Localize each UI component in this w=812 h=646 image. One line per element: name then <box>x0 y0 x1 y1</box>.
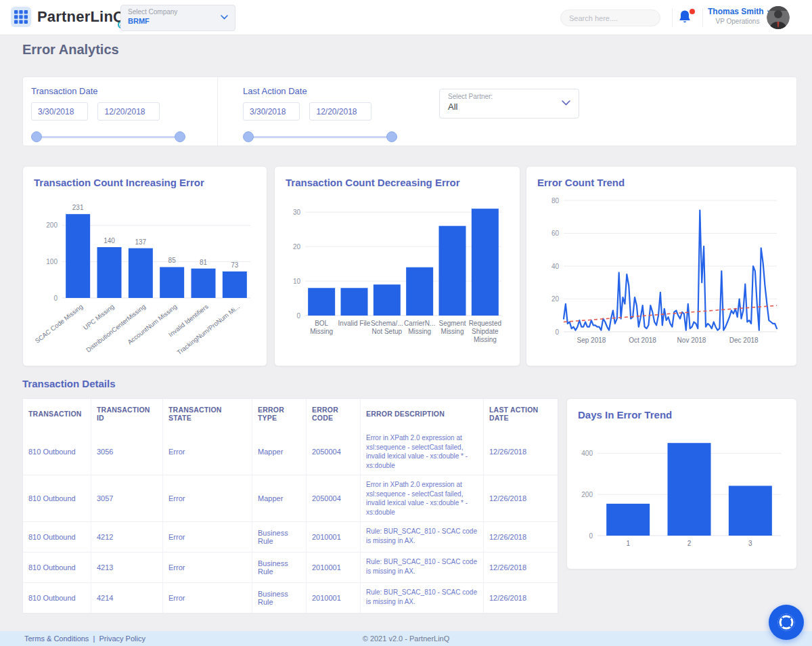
transaction-date-label: Transaction Date <box>31 86 207 96</box>
cell-state: Error <box>162 475 252 521</box>
transaction-date-to-input[interactable] <box>97 102 160 121</box>
footer-links-separator: | <box>91 634 97 643</box>
terms-link[interactable]: Terms & Conditions <box>24 634 89 643</box>
cell-transaction: 810 Outbound <box>23 475 91 521</box>
svg-text:Invalid File: Invalid File <box>338 320 371 327</box>
chart-card-error-count-trend: Error Count Trend 020406080Sep 2018Oct 2… <box>526 166 797 366</box>
slider-handle-start[interactable] <box>31 131 42 142</box>
cell-transaction-id: 3057 <box>91 475 162 521</box>
footer: © 2021 v2.0 - PartnerLinQ Terms & Condit… <box>0 631 812 646</box>
svg-text:3: 3 <box>748 540 752 547</box>
privacy-link[interactable]: Privacy Policy <box>99 634 145 643</box>
last-action-date-to-input[interactable] <box>309 102 371 121</box>
search-input[interactable] <box>568 14 667 23</box>
cell-error-code: 2050004 <box>306 429 360 475</box>
avatar-photo-icon <box>767 6 790 29</box>
svg-text:81: 81 <box>200 259 208 266</box>
transaction-date-from-input[interactable] <box>31 102 88 121</box>
cell-transaction: 810 Outbound <box>23 583 91 613</box>
notifications-button[interactable] <box>677 9 695 26</box>
svg-text:60: 60 <box>551 230 560 237</box>
column-header: TRANSACTION STATE <box>162 399 252 429</box>
cell-error-type: Mapper <box>252 429 306 475</box>
cell-transaction: 810 Outbound <box>23 522 91 552</box>
cell-state: Error <box>162 553 252 582</box>
column-header: ERROR TYPE <box>252 399 306 429</box>
last-action-date-slider[interactable] <box>243 131 397 142</box>
avatar[interactable] <box>767 6 790 29</box>
svg-text:1: 1 <box>626 540 630 547</box>
table-row: 810 Outbound4213ErrorBusiness Rule201000… <box>23 552 558 582</box>
svg-text:0: 0 <box>555 328 559 336</box>
table-row: 810 Outbound3057ErrorMapper2050004Error … <box>23 475 558 521</box>
chevron-down-icon <box>221 15 228 20</box>
slider-handle-end[interactable] <box>386 131 397 142</box>
company-select[interactable]: Select Company BRMF <box>120 5 235 31</box>
partner-select-label: Select Partner: <box>448 93 570 100</box>
svg-text:Sep 2018: Sep 2018 <box>577 337 606 344</box>
transaction-date-filter: Transaction Date <box>31 77 207 146</box>
notification-dot <box>690 9 695 14</box>
decreasing-error-bar-chart: 0102030BOLMissingInvalid FileSchema/...N… <box>282 190 512 355</box>
increasing-error-bar-chart: 0100200231SCAC Code Missing140UPC Missin… <box>31 190 258 355</box>
cell-error-code: 2010001 <box>306 583 360 613</box>
svg-text:Dec 2018: Dec 2018 <box>729 337 759 344</box>
svg-text:0: 0 <box>589 532 593 540</box>
table-row: 810 Outbound4214ErrorBusiness Rule201000… <box>23 582 558 613</box>
help-button[interactable] <box>769 605 804 640</box>
cell-last-action-date: 12/26/2018 <box>483 583 558 613</box>
cell-description: Error in XPath 2.0 expression at xsl:seq… <box>360 429 483 475</box>
column-header: LAST ACTION DATE <box>483 399 558 429</box>
svg-text:SCAC Code Missing: SCAC Code Missing <box>33 303 84 345</box>
slider-handle-end[interactable] <box>175 131 185 142</box>
svg-text:SegmentMissing: SegmentMissing <box>438 320 466 335</box>
error-count-trend-line-chart: 020406080Sep 2018Oct 2018Nov 2018Dec 201… <box>534 190 789 355</box>
svg-text:200: 200 <box>46 221 58 229</box>
user-menu[interactable]: Thomas Smith VP Operations <box>708 7 767 25</box>
svg-text:0: 0 <box>296 312 300 320</box>
column-header: TRANSACTION <box>23 399 91 429</box>
chart-title: Transaction Count Decreasing Error <box>286 177 509 188</box>
svg-text:2: 2 <box>687 540 692 547</box>
svg-text:30: 30 <box>293 209 301 216</box>
cell-error-type: Business Rule <box>252 522 306 552</box>
top-header: PartnerLinQ™✓ Select Company BRMF Thomas… <box>0 0 812 35</box>
svg-text:40: 40 <box>551 263 560 270</box>
cell-description: Rule: BUR_SCAC_810 - SCAC code is missin… <box>360 522 483 552</box>
transaction-date-slider[interactable] <box>31 131 185 142</box>
chart-title: Transaction Count Increasing Error <box>34 177 256 188</box>
footer-links: Terms & Conditions | Privacy Policy <box>24 634 145 643</box>
cell-last-action-date: 12/26/2018 <box>483 475 558 521</box>
cell-error-type: Business Rule <box>252 583 306 613</box>
header-divider <box>672 8 673 27</box>
partner-select[interactable]: Select Partner: All <box>439 89 579 119</box>
cell-error-code: 2010001 <box>306 522 360 552</box>
slider-range <box>248 136 392 138</box>
cell-state: Error <box>162 522 252 552</box>
user-name: Thomas Smith <box>708 7 767 16</box>
slider-handle-start[interactable] <box>243 131 254 142</box>
svg-text:BOLMissing: BOLMissing <box>310 320 333 335</box>
svg-text:140: 140 <box>104 237 115 244</box>
brand-name: PartnerLinQ™✓ <box>37 8 131 26</box>
filter-divider <box>217 77 218 146</box>
header-search <box>560 9 660 26</box>
cell-error-code: 2050004 <box>306 475 360 521</box>
cell-description: Error in XPath 2.0 expression at xsl:seq… <box>360 475 483 521</box>
cell-transaction-id: 4214 <box>91 583 162 613</box>
table-header-row: TRANSACTIONTRANSACTION IDTRANSACTION STA… <box>23 399 558 429</box>
last-action-date-from-input[interactable] <box>243 102 300 121</box>
svg-text:85: 85 <box>168 257 177 264</box>
svg-text:200: 200 <box>581 491 593 498</box>
chart-card-decreasing-error: Transaction Count Decreasing Error 01020… <box>274 166 520 366</box>
cell-state: Error <box>162 429 252 475</box>
user-role: VP Operations <box>708 18 767 25</box>
svg-text:20: 20 <box>293 243 301 251</box>
brand-logo[interactable]: PartnerLinQ™✓ <box>11 7 131 27</box>
transaction-details-title: Transaction Details <box>22 378 116 389</box>
svg-text:10: 10 <box>293 278 301 285</box>
days-in-error-bar-chart: 0200400123 <box>574 422 789 552</box>
svg-text:Schema/...Not Setup: Schema/...Not Setup <box>371 320 403 335</box>
svg-text:TrackingNum/ProNum Mi...: TrackingNum/ProNum Mi... <box>175 303 241 355</box>
cell-error-code: 2010001 <box>306 553 360 582</box>
